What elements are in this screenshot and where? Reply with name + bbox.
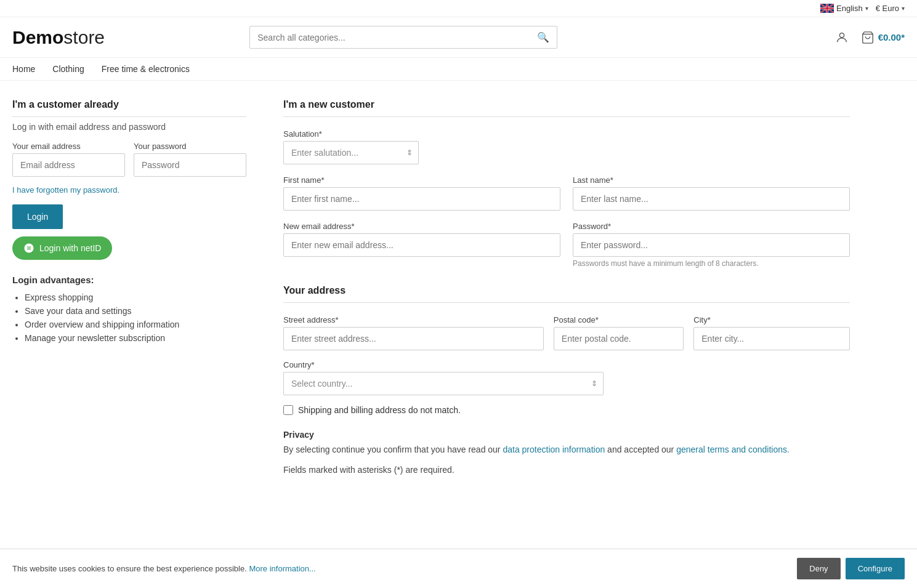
- svg-point-1: [839, 33, 844, 37]
- postal-label: Postal code*: [554, 315, 684, 324]
- nav-home[interactable]: Home: [12, 64, 35, 74]
- first-name-input[interactable]: [283, 187, 560, 211]
- logo-bold: Demo: [12, 27, 63, 47]
- header: Demostore 🔍 €0.00*: [0, 17, 917, 58]
- login-email-input[interactable]: [12, 153, 125, 177]
- currency-label: € Euro: [876, 4, 899, 13]
- new-email-group: New email address*: [283, 222, 560, 268]
- existing-customer-panel: I'm a customer already Log in with email…: [12, 99, 246, 475]
- password-hint: Passwords must have a minimum length of …: [573, 259, 850, 268]
- address-fields-row: Street address* Postal code* City*: [283, 315, 850, 350]
- postal-group: Postal code*: [554, 315, 684, 350]
- new-password-label: Password*: [573, 222, 850, 231]
- netid-login-button[interactable]: Login with netID: [12, 236, 112, 260]
- shipping-billing-label[interactable]: Shipping and billing address do not matc…: [298, 405, 461, 415]
- advantage-item-1: Express shopping: [25, 292, 246, 302]
- cart-total: €0.00*: [878, 32, 905, 42]
- netid-label: Login with netID: [39, 243, 101, 253]
- account-icon: [835, 31, 849, 44]
- header-actions: €0.00*: [835, 31, 905, 44]
- privacy-title: Privacy: [283, 430, 850, 440]
- search-bar: 🔍: [249, 26, 557, 49]
- login-password-input[interactable]: [134, 153, 246, 177]
- logo-rest: store: [63, 27, 105, 47]
- street-group: Street address*: [283, 315, 544, 350]
- password-label: Your password: [134, 142, 246, 151]
- address-section: Your address Street address* Postal code…: [283, 285, 850, 475]
- login-subtitle: Log in with email address and password: [12, 122, 246, 132]
- privacy-text: By selecting continue you confirm that y…: [283, 443, 850, 456]
- privacy-section: Privacy By selecting continue you confir…: [283, 430, 850, 475]
- new-password-input[interactable]: [573, 233, 850, 257]
- privacy-text-middle: and accepted our: [607, 445, 676, 454]
- existing-customer-title: I'm a customer already: [12, 99, 246, 117]
- city-group: City*: [693, 315, 850, 350]
- city-input[interactable]: [693, 327, 850, 350]
- language-label: English: [836, 4, 863, 13]
- nav-clothing[interactable]: Clothing: [52, 64, 84, 74]
- advantage-item-3: Order overview and shipping information: [25, 320, 246, 329]
- street-label: Street address*: [283, 315, 544, 324]
- first-name-label: First name*: [283, 175, 560, 185]
- last-name-label: Last name*: [573, 175, 850, 185]
- netid-icon: [23, 243, 34, 254]
- required-note: Fields marked with asterisks (*) are req…: [283, 465, 850, 475]
- first-name-group: First name*: [283, 175, 560, 211]
- account-button[interactable]: [835, 31, 849, 44]
- new-email-input[interactable]: [283, 233, 560, 257]
- address-section-title: Your address: [283, 285, 850, 303]
- country-label: Country*: [283, 360, 604, 369]
- currency-selector[interactable]: € Euro ▾: [876, 4, 905, 13]
- salutation-select[interactable]: Enter salutation... Mr. Ms. Mx.: [283, 141, 419, 164]
- language-selector[interactable]: English ▾: [820, 4, 868, 13]
- privacy-text-before: By selecting continue you confirm that y…: [283, 445, 503, 454]
- data-protection-link[interactable]: data protection information: [503, 445, 605, 454]
- new-password-group: Password* Passwords must have a minimum …: [573, 222, 850, 268]
- search-input[interactable]: [257, 33, 537, 42]
- main-content: I'm a customer already Log in with email…: [0, 81, 862, 493]
- last-name-group: Last name*: [573, 175, 850, 211]
- nav-free-time[interactable]: Free time & electronics: [102, 64, 190, 74]
- salutation-label: Salutation*: [283, 129, 419, 139]
- country-group: Country* Select country... Germany Austr…: [283, 360, 604, 395]
- advantage-item-4: Manage your newsletter subscription: [25, 333, 246, 343]
- name-row: First name* Last name*: [283, 175, 850, 211]
- currency-chevron-icon: ▾: [902, 5, 905, 12]
- password-group: Your password: [134, 142, 246, 177]
- login-button[interactable]: Login: [12, 204, 63, 229]
- salutation-group: Salutation* Enter salutation... Mr. Ms. …: [283, 129, 419, 164]
- login-fields-row: Your email address Your password: [12, 142, 246, 177]
- advantages-title: Login advantages:: [12, 275, 246, 285]
- forgot-password-link[interactable]: I have forgotten my password.: [12, 185, 246, 195]
- country-select-wrapper: Select country... Germany Austria Switze…: [283, 372, 604, 395]
- email-password-row: New email address* Password* Passwords m…: [283, 222, 850, 268]
- email-label: Your email address: [12, 142, 125, 151]
- language-chevron-icon: ▾: [865, 5, 868, 12]
- country-select[interactable]: Select country... Germany Austria Switze…: [283, 372, 604, 395]
- street-input[interactable]: [283, 327, 544, 350]
- email-group: Your email address: [12, 142, 125, 177]
- city-label: City*: [693, 315, 850, 324]
- top-bar: English ▾ € Euro ▾: [0, 0, 917, 17]
- search-icon: 🔍: [537, 31, 549, 43]
- cart-button[interactable]: €0.00*: [861, 31, 905, 44]
- main-nav: Home Clothing Free time & electronics: [0, 58, 917, 81]
- flag-icon: [820, 4, 834, 13]
- shipping-billing-checkbox[interactable]: [283, 405, 293, 415]
- postal-input[interactable]: [554, 327, 684, 350]
- logo[interactable]: Demostore: [12, 27, 105, 48]
- cart-icon: [861, 31, 875, 44]
- last-name-input[interactable]: [573, 187, 850, 211]
- new-email-label: New email address*: [283, 222, 560, 231]
- shipping-checkbox-row: Shipping and billing address do not matc…: [283, 405, 850, 415]
- salutation-select-wrapper: Enter salutation... Mr. Ms. Mx.: [283, 141, 419, 164]
- new-customer-title: I'm a new customer: [283, 99, 850, 117]
- advantages-list: Express shopping Save your data and sett…: [12, 292, 246, 343]
- terms-link[interactable]: general terms and conditions.: [676, 445, 790, 454]
- advantage-item-2: Save your data and settings: [25, 306, 246, 316]
- new-customer-panel: I'm a new customer Salutation* Enter sal…: [283, 99, 850, 475]
